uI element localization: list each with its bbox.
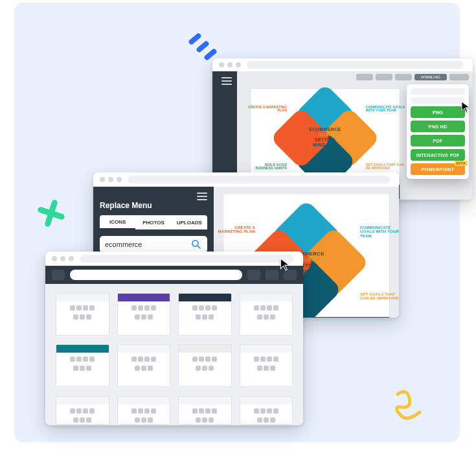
- export-slot: [411, 88, 465, 95]
- cursor-icon: [461, 101, 470, 115]
- stage: DOWNLOAD ECOMMERCE GOAL SETTING MIND MAP: [14, 3, 460, 442]
- export-ipdf-button[interactable]: INTERACTIVE PDF: [411, 149, 465, 161]
- diagram-label-tr: COMMUNICATE GOALS WITH YOUR TEAM: [360, 226, 399, 239]
- window-dot: [219, 62, 224, 67]
- template-thumb[interactable]: [117, 396, 171, 425]
- export-popover: PNG PNG HD PDF INTERACTIVE PDF POWERPOIN…: [407, 84, 469, 179]
- export-pnghd-button[interactable]: PNG HD: [411, 121, 465, 132]
- cursor-icon: [280, 258, 290, 274]
- gallery-window: [45, 252, 303, 425]
- template-thumb[interactable]: [240, 293, 293, 336]
- diagram-label-tl: CREATE A MARKETING PLAN: [215, 226, 255, 234]
- template-thumb[interactable]: [178, 344, 232, 387]
- window-dot: [117, 177, 122, 182]
- svg-point-0: [192, 240, 198, 246]
- toolbar-button[interactable]: [52, 270, 65, 280]
- browser-chrome: [45, 252, 303, 266]
- window-dot: [60, 256, 65, 261]
- template-thumb[interactable]: [117, 293, 171, 336]
- gallery-toolbar: [45, 266, 303, 284]
- menu-icon[interactable]: [197, 191, 207, 202]
- template-thumb[interactable]: [56, 293, 109, 336]
- tab-photos[interactable]: PHOTOS: [135, 217, 171, 229]
- export-ppt-button[interactable]: POWERPOINT: [411, 163, 465, 175]
- search-icon: [190, 239, 202, 250]
- tab-uploads[interactable]: UPLOADS: [172, 217, 207, 229]
- browser-chrome: [93, 172, 399, 187]
- replace-tabs: ICONS PHOTOS UPLOADS: [100, 215, 207, 229]
- address-bar[interactable]: [80, 255, 294, 263]
- toolbar-button[interactable]: [376, 74, 392, 80]
- template-thumb[interactable]: [117, 344, 171, 387]
- diagram-label-br: SET GOALS THAT CAN BE IMPROVED: [360, 292, 399, 301]
- export-slot: [411, 97, 465, 104]
- search-value: ecommerce: [105, 240, 187, 248]
- diagram-title: ECOMMERCE GOAL SETTING MIND MAP: [310, 127, 341, 148]
- window-dot: [100, 177, 105, 182]
- export-pdf-button[interactable]: PDF: [411, 135, 465, 146]
- toolbar-button[interactable]: [395, 74, 412, 80]
- template-thumb[interactable]: [56, 344, 109, 387]
- template-thumb[interactable]: [178, 396, 232, 425]
- tab-icons[interactable]: ICONS: [100, 216, 135, 229]
- svg-line-1: [198, 246, 200, 248]
- template-grid: [45, 284, 303, 425]
- diagram-label-bl: BUILD GOOD BUSINESS HABITS: [247, 163, 287, 170]
- window-dot: [69, 256, 74, 261]
- window-dot: [227, 62, 232, 67]
- template-thumb[interactable]: [240, 344, 293, 387]
- toolbar-button[interactable]: [356, 74, 373, 80]
- template-thumb[interactable]: [56, 396, 109, 425]
- icon-search-input[interactable]: ecommerce: [100, 236, 207, 253]
- template-thumb[interactable]: [178, 293, 232, 336]
- gallery-search-input[interactable]: [70, 270, 242, 280]
- diagram-label-br: SET GOALS THAT CAN BE IMPROVED: [366, 163, 406, 170]
- toolbar-button[interactable]: [449, 74, 469, 80]
- toolbar-button[interactable]: [247, 270, 260, 280]
- template-thumb[interactable]: [240, 396, 293, 425]
- panel-title: Replace Menu: [100, 201, 207, 210]
- browser-chrome: [212, 58, 473, 71]
- doodle-squiggle: [394, 388, 429, 423]
- mind-map-graphic: ECOMMERCE GOAL SETTING MIND MAP CREATE A…: [277, 102, 374, 173]
- diagram-label-tl: CREATE A MARKETING PLAN: [247, 106, 287, 113]
- doodle-plus: [36, 198, 66, 228]
- window-dot: [52, 256, 57, 261]
- window-dot: [236, 62, 241, 67]
- doodle-lines: [188, 36, 215, 64]
- export-png-button[interactable]: PNG: [411, 106, 465, 118]
- download-button[interactable]: DOWNLOAD: [414, 74, 447, 80]
- address-bar[interactable]: [128, 176, 390, 183]
- toolbar-button[interactable]: [266, 270, 278, 280]
- menu-icon[interactable]: [221, 75, 232, 87]
- diagram-label-tr: COMMUNICATE GOALS WITH YOUR TEAM: [366, 106, 406, 113]
- editor-toolbar: DOWNLOAD: [356, 74, 469, 80]
- window-dot: [108, 177, 113, 182]
- address-bar[interactable]: [247, 61, 464, 69]
